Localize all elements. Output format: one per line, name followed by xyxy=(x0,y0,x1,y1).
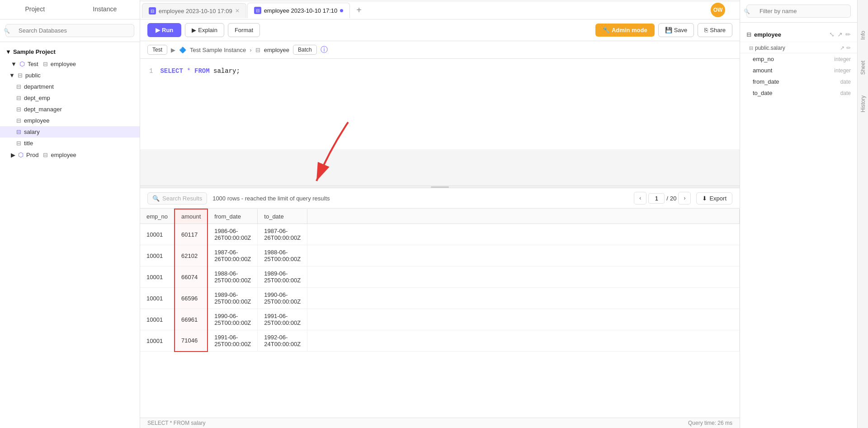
sql-star: * xyxy=(187,67,190,75)
results-count: 1000 rows - reached the limit of query r… xyxy=(212,195,330,202)
side-tab-info[interactable]: Info xyxy=(858,27,868,43)
rp-sub-external-icon[interactable]: ↗ xyxy=(840,45,844,51)
rp-sub-actions: ↗ ✏ xyxy=(840,45,851,51)
batch-button[interactable]: Batch xyxy=(293,45,317,55)
cell-empty xyxy=(307,330,740,352)
search-databases-input[interactable] xyxy=(5,24,134,37)
tab-1[interactable]: ⊟ employee 2023-10-10 17:09 ✕ xyxy=(142,3,246,18)
editor-area[interactable]: 1SELECT * FROM salary; xyxy=(140,59,740,185)
tree-table-department[interactable]: ⊟ department xyxy=(0,81,140,92)
cell-to-date: 1989-06-25T00:00:00Z xyxy=(258,266,307,288)
page-total: 20 xyxy=(670,195,676,202)
tab-bar: ⊟ employee 2023-10-10 17:09 ✕ ⊟ employee… xyxy=(140,0,740,19)
play-icon: ▶ xyxy=(156,27,160,33)
rp-field-from-date-name: from_date xyxy=(753,78,779,85)
table-title-label: title xyxy=(24,140,33,147)
info-icon[interactable]: ⓘ xyxy=(321,45,328,55)
tree-schema-public[interactable]: ▼ ⊟ public xyxy=(0,70,140,81)
tab-1-label: employee 2023-10-10 17:09 xyxy=(159,8,232,14)
query-toolbar: ▶ Run ▶ Explain Format 🔧 Admin mode 💾 Sa… xyxy=(140,19,740,41)
breadcrumb-separator-2: › xyxy=(250,47,251,53)
chevron-down-icon: ▼ xyxy=(11,61,17,67)
cell-amount: 66596 xyxy=(175,288,208,309)
results-search-container[interactable]: 🔍 Search Results xyxy=(147,192,207,204)
add-tab-button[interactable]: + xyxy=(351,2,367,18)
tree-table-dept-emp[interactable]: ⊟ dept_emp xyxy=(0,92,140,104)
cell-amount: 71046 xyxy=(175,330,208,352)
table-department-label: department xyxy=(24,83,54,90)
rp-field-from-date-type: date xyxy=(840,79,851,85)
tree-table-employee[interactable]: ⊟ employee xyxy=(0,115,140,126)
sql-space3 xyxy=(210,67,213,75)
rp-table-employee-name: ⊟ employee xyxy=(746,31,781,38)
main-area: ⊟ employee 2023-10-10 17:09 ✕ ⊟ employee… xyxy=(140,0,740,428)
tab-2[interactable]: ⊟ employee 2023-10-10 17:10 xyxy=(247,3,350,18)
project-root[interactable]: ▼ Sample Project xyxy=(0,46,140,58)
prod-instance-label: Prod xyxy=(26,152,38,158)
tree-instance-prod[interactable]: ▶ ⬡ Prod ⊟ employee xyxy=(0,149,140,161)
run-button[interactable]: ▶ Run xyxy=(147,23,181,37)
tree-table-title[interactable]: ⊟ title xyxy=(0,138,140,149)
cell-empty xyxy=(307,266,740,288)
sql-space2 xyxy=(191,67,194,75)
format-button[interactable]: Format xyxy=(228,23,260,37)
rp-field-emp-no: emp_no integer xyxy=(740,53,857,65)
rp-field-from-date: from_date date xyxy=(740,76,857,87)
export-button[interactable]: ⬇ Export xyxy=(696,192,732,204)
rp-sub-edit-icon[interactable]: ✏ xyxy=(846,45,851,51)
breadcrumb-instance-name: Test Sample Instance xyxy=(190,47,246,53)
save-button[interactable]: 💾 Save xyxy=(658,23,694,37)
page-number-input[interactable] xyxy=(648,193,665,204)
share-button[interactable]: ⎘ Share xyxy=(698,23,732,37)
play-icon-outline: ▶ xyxy=(192,27,196,33)
table-icon: ⊟ xyxy=(16,140,21,147)
tree-table-dept-manager[interactable]: ⊟ dept_manager xyxy=(0,104,140,115)
table-row: 10001 66074 1988-06-25T00:00:00Z 1989-06… xyxy=(140,266,740,288)
prev-page-button[interactable]: ‹ xyxy=(634,192,646,204)
cell-to-date: 1988-06-25T00:00:00Z xyxy=(258,245,307,266)
avatar: OW xyxy=(711,3,725,17)
filter-by-name-input[interactable] xyxy=(746,5,851,18)
table-icon: ⊟ xyxy=(16,117,21,124)
rp-table-icon: ⊟ xyxy=(746,31,751,38)
tree-table-salary[interactable]: ⊟ salary xyxy=(0,126,140,138)
sql-space xyxy=(183,67,187,75)
rp-table-actions: ⤡ ↗ ✏ xyxy=(829,31,851,38)
rp-external-icon[interactable]: ↗ xyxy=(837,31,843,38)
sidebar-tabs: Project Instance xyxy=(0,0,140,19)
database-tree: ▼ Sample Project ▼ ⬡ Test ⊟ employee ▼ ⊟… xyxy=(0,42,140,428)
sidebar-tab-project[interactable]: Project xyxy=(0,0,70,19)
table-row: 10001 66596 1989-06-25T00:00:00Z 1990-06… xyxy=(140,288,740,309)
admin-mode-button[interactable]: 🔧 Admin mode xyxy=(595,24,655,37)
cell-amount: 66961 xyxy=(175,309,208,330)
next-page-button[interactable]: › xyxy=(678,192,691,204)
sql-editor[interactable]: 1SELECT * FROM salary; xyxy=(140,59,740,149)
cell-emp-no: 10001 xyxy=(140,224,175,245)
rp-expand-icon[interactable]: ⤡ xyxy=(829,31,835,38)
table-icon: ⊟ xyxy=(16,128,21,135)
table-row: 10001 71046 1991-06-25T00:00:00Z 1992-06… xyxy=(140,330,740,352)
prod-db-icon: ⊟ xyxy=(43,152,48,158)
cell-emp-no: 10001 xyxy=(140,288,175,309)
cell-to-date: 1987-06-26T00:00:00Z xyxy=(258,224,307,245)
tab-2-db-icon: ⊟ xyxy=(254,7,261,14)
sidebar-tab-instance[interactable]: Instance xyxy=(70,0,140,19)
sidebar-search-container xyxy=(0,19,140,42)
rp-field-to-date-name: to_date xyxy=(753,90,772,96)
rp-sub-icon: ⊟ xyxy=(749,45,753,51)
rp-edit-icon[interactable]: ✏ xyxy=(845,31,851,38)
test-badge[interactable]: Test xyxy=(147,45,167,55)
explain-button[interactable]: ▶ Explain xyxy=(185,23,224,37)
breadcrumb-db-name: employee xyxy=(264,47,289,53)
test-db-label: employee xyxy=(51,61,76,67)
side-tab-history[interactable]: History xyxy=(858,92,868,116)
instance-test-label: Test xyxy=(28,61,38,67)
breadcrumb-instance-icon: 🔷 xyxy=(179,47,186,53)
tree-instance-test[interactable]: ▼ ⬡ Test ⊟ employee xyxy=(0,58,140,70)
cell-emp-no: 10001 xyxy=(140,309,175,330)
db-icon: ⊟ xyxy=(43,61,48,67)
right-panel: ⊟ employee ⤡ ↗ ✏ ⊟ public.salary ↗ ✏ emp… xyxy=(740,0,857,428)
cell-from-date: 1991-06-25T00:00:00Z xyxy=(208,330,257,352)
side-tab-sheet[interactable]: Sheet xyxy=(858,57,868,78)
tab-1-close[interactable]: ✕ xyxy=(235,8,240,14)
